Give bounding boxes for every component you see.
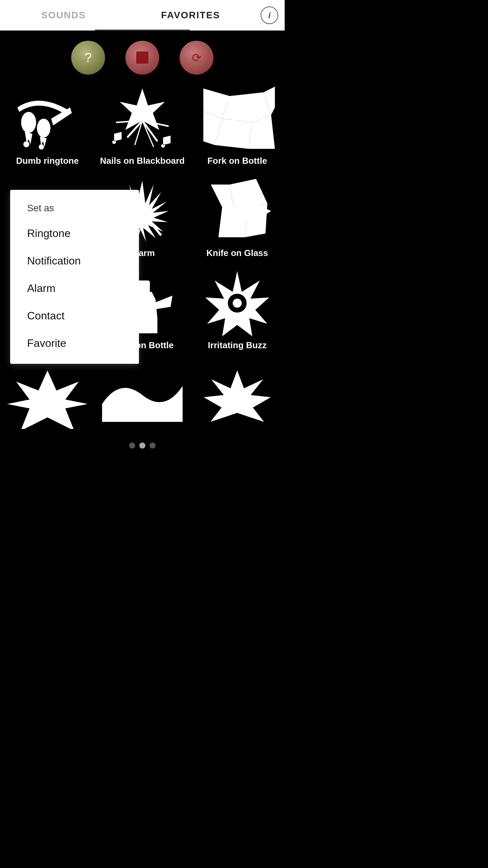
sound-image-knife-glass [192,177,282,245]
svg-rect-13 [237,96,239,115]
sound-cell-irritating-buzz[interactable]: Irritating Buzz [190,266,285,358]
svg-point-3 [39,144,44,150]
menu-item-ringtone[interactable]: Ringtone [10,220,139,247]
question-icon: ? [84,51,92,65]
sound-cell-dumb-ringtone[interactable]: Dumb ringtone [0,81,95,174]
page-dot-2 [139,442,145,449]
svg-rect-11 [233,96,236,141]
sound-image-dumb-ringtone [3,85,92,153]
sound-image-row3-0 [3,361,92,429]
page-dot-1 [129,442,135,449]
tab-bar: SOUNDS FAVORITES i [0,0,285,31]
sound-image-row3-2 [192,361,282,429]
sound-image-fork-bottle [192,85,282,153]
page-dot-3 [149,442,156,449]
page-indicator [0,436,285,455]
sound-label-knife-glass: Knife on Glass [206,248,268,259]
tab-sounds[interactable]: SOUNDS [0,0,127,31]
menu-item-contact[interactable]: Contact [10,302,139,330]
sound-image-irritating-buzz [192,269,282,337]
svg-point-2 [23,141,29,147]
tab-underline [95,29,190,31]
sound-cell-row3-2[interactable] [190,358,285,436]
sound-label-fork-bottle: Fork on Bottle [207,155,267,167]
repeat-button[interactable]: ⟳ [180,41,214,75]
repeat-icon: ⟳ [192,51,201,64]
controls-row: ? ⟳ [0,31,285,81]
svg-marker-15 [211,184,233,207]
svg-marker-37 [7,371,88,429]
svg-point-36 [233,298,242,308]
sound-cell-nails-blackboard[interactable]: Nails on Blackboard [95,81,190,174]
sound-cell-knife-glass[interactable]: Knife on Glass [190,174,285,266]
sound-cell-fork-bottle[interactable]: Fork on Bottle [190,81,285,174]
menu-item-notification[interactable]: Notification [10,247,139,275]
menu-section-title: Set as [10,197,139,220]
sound-label-nails-blackboard: Nails on Blackboard [100,155,185,167]
svg-point-1 [37,119,50,138]
svg-point-0 [21,112,36,133]
tab-favorites[interactable]: FAVORITES [127,0,254,31]
menu-item-favorite[interactable]: Favorite [10,330,139,357]
sound-cell-row3-0[interactable] [0,358,95,436]
svg-marker-38 [204,371,271,422]
sound-label-dumb-ringtone: Dumb ringtone [16,155,79,167]
sound-image-row3-1 [98,361,187,429]
menu-item-alarm[interactable]: Alarm [10,275,139,302]
question-button[interactable]: ? [71,41,105,75]
context-menu: Set as Ringtone Notification Alarm Conta… [10,190,139,364]
sound-label-irritating-buzz: Irritating Buzz [208,340,266,351]
sound-cell-row3-1[interactable] [95,358,190,436]
info-button[interactable]: i [254,0,285,31]
info-icon: i [261,6,278,24]
sound-image-nails-blackboard [98,85,187,153]
stop-button[interactable] [125,41,159,75]
svg-marker-19 [218,207,248,237]
stop-icon [136,52,148,64]
